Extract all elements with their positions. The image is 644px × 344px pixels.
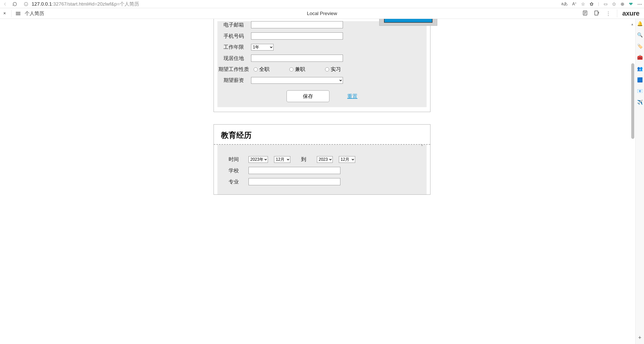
edu-end-year-select[interactable]: 2023 bbox=[317, 156, 333, 163]
notes-icon[interactable] bbox=[582, 10, 588, 17]
handoff-icon[interactable] bbox=[594, 10, 600, 17]
tag-icon[interactable]: 🏷️ bbox=[637, 43, 643, 49]
site-info-icon[interactable] bbox=[23, 1, 29, 7]
edu-start-month-select[interactable]: 12月 bbox=[274, 156, 290, 163]
edu-time-label: 时间 bbox=[229, 156, 242, 163]
save-button[interactable]: 保存 bbox=[287, 90, 329, 102]
people-icon[interactable]: 👥 bbox=[637, 66, 643, 71]
browser-address-bar: 127.0.0.1:32767/start.html#id=20zlwf&p=个… bbox=[0, 0, 644, 8]
extensions-icon[interactable]: ✿ bbox=[590, 1, 593, 7]
split-screen-icon[interactable]: ▭ bbox=[604, 2, 608, 6]
job-type-part[interactable]: 兼职 bbox=[289, 66, 305, 73]
more-vertical-icon[interactable]: ⋮ bbox=[606, 10, 611, 17]
search-icon[interactable]: 🔍 bbox=[637, 32, 643, 38]
email-label: 电子邮箱 bbox=[224, 21, 251, 28]
edu-to-label: 到 bbox=[301, 156, 306, 163]
toolbox-icon[interactable]: 🧰 bbox=[637, 55, 643, 60]
edge-sidebar: 🔔 🔍 🏷️ 🧰 👥 🟦 📧 ✈️ + bbox=[635, 19, 644, 344]
text-size-icon[interactable]: A» bbox=[572, 2, 576, 6]
edu-school-label: 学校 bbox=[229, 167, 242, 174]
work-years-select[interactable]: 1年 bbox=[251, 44, 274, 51]
more-icon[interactable]: ⋯ bbox=[637, 1, 642, 7]
edu-major-label: 专业 bbox=[229, 178, 242, 185]
svg-rect-7 bbox=[595, 11, 598, 15]
favorites-list-icon[interactable]: ✩ bbox=[612, 1, 616, 7]
edu-end-month-select[interactable]: 12月 bbox=[339, 156, 355, 163]
collections-icon[interactable]: ⊕ bbox=[621, 1, 624, 7]
refresh-icon[interactable] bbox=[12, 1, 18, 7]
scrollbar-thumb[interactable] bbox=[631, 63, 634, 139]
resize-handle-icon[interactable]: ↘ bbox=[420, 143, 423, 147]
scroll-up-arrow-icon[interactable]: ▲ bbox=[631, 22, 634, 26]
work-years-label: 工作年限 bbox=[224, 44, 251, 51]
edu-major-input[interactable] bbox=[249, 178, 340, 185]
axure-toolbar: × 个人简历 Local Preview ⋮ axure bbox=[0, 8, 644, 19]
preview-label: Local Preview bbox=[307, 11, 337, 16]
outlook-icon[interactable]: 📧 bbox=[637, 88, 643, 94]
residence-input[interactable] bbox=[251, 55, 343, 62]
photo-placeholder[interactable] bbox=[379, 19, 437, 26]
salary-select[interactable] bbox=[251, 77, 343, 84]
url-text[interactable]: 127.0.0.1:32767/start.html#id=20zlwf&p=个… bbox=[32, 1, 139, 7]
office-icon[interactable]: 🟦 bbox=[637, 77, 643, 83]
close-panel-button[interactable]: × bbox=[2, 11, 8, 16]
add-sidebar-icon[interactable]: + bbox=[638, 334, 641, 341]
job-type-full[interactable]: 全职 bbox=[254, 66, 269, 73]
education-title: 教育经历 bbox=[214, 125, 430, 144]
basic-info-card: 电子邮箱 手机号码 工作年限 1年 现居住地 bbox=[214, 19, 430, 112]
job-type-label: 期望工作性质 bbox=[218, 66, 252, 73]
salary-label: 期望薪资 bbox=[224, 77, 251, 84]
back-icon[interactable] bbox=[2, 1, 8, 7]
axure-logo: axure bbox=[617, 9, 639, 17]
phone-label: 手机号码 bbox=[224, 33, 251, 40]
page-name: 个人简历 bbox=[25, 10, 44, 17]
job-type-intern[interactable]: 实习 bbox=[325, 66, 341, 73]
bell-icon[interactable]: 🔔 bbox=[637, 21, 643, 27]
reset-button[interactable]: 重置 bbox=[347, 93, 357, 100]
favorite-star-icon[interactable]: ☆ bbox=[581, 1, 585, 7]
performance-icon[interactable]: ❤ bbox=[629, 1, 633, 7]
menu-icon[interactable] bbox=[15, 12, 21, 15]
edu-start-year-select[interactable]: 2023年 bbox=[249, 156, 268, 163]
send-icon[interactable]: ✈️ bbox=[637, 100, 643, 105]
residence-label: 现居住地 bbox=[224, 55, 251, 62]
email-input[interactable] bbox=[251, 21, 343, 28]
translate-icon[interactable]: aあ bbox=[561, 1, 568, 7]
edu-school-input[interactable] bbox=[249, 167, 340, 174]
phone-input[interactable] bbox=[251, 32, 343, 40]
education-card: 教育经历 ↘ 时间 2023年 12月 到 2023 12月 学校 bbox=[214, 124, 430, 195]
